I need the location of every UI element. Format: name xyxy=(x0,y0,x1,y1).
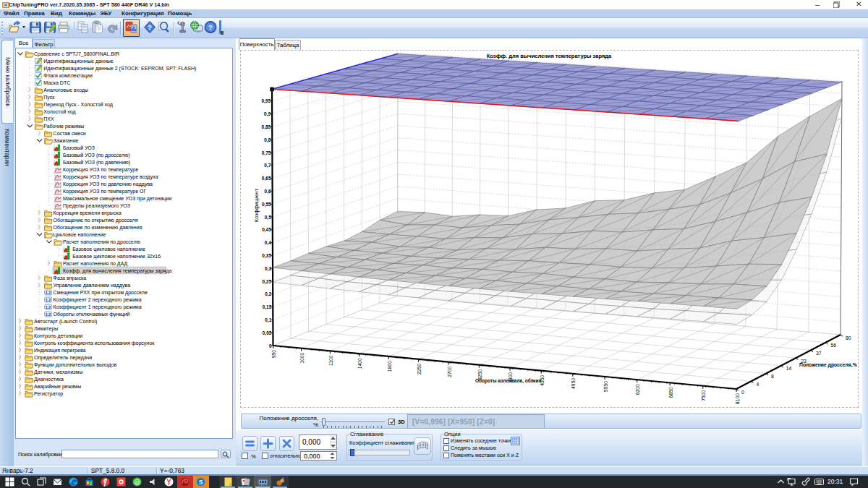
svg-text:Контроль коэффициента использо: Контроль коэффициента использования форс… xyxy=(34,341,155,346)
svg-text:Функции дополнительных выходов: Функции дополнительных выходов xyxy=(34,362,116,368)
svg-text:Обороты отключаемых функций: Обороты отключаемых функций xyxy=(54,312,130,317)
svg-text:Датчики, механизмы: Датчики, механизмы xyxy=(34,369,82,375)
svg-text:Идентификационные данные 2 (ST: Идентификационные данные 2 (STOCK: EEPRO… xyxy=(43,66,196,72)
svg-text:1.2: 1.2 xyxy=(46,298,51,302)
svg-text:S: S xyxy=(199,479,203,486)
svg-text:Флаги комплектации: Флаги комплектации xyxy=(43,73,93,79)
svg-text:Регистратор: Регистратор xyxy=(34,391,63,397)
svg-text:Зажигание: Зажигание xyxy=(54,138,79,143)
svg-text:Коррекция времени впрыска: Коррекция времени впрыска xyxy=(54,210,122,216)
svg-text:Автостарт (Launch Control): Автостарт (Launch Control) xyxy=(34,319,97,325)
svg-text:?: ? xyxy=(148,24,152,31)
svg-text:Рабочие режимы: Рабочие режимы xyxy=(43,124,84,129)
svg-text:Обогащение по открытию дроссел: Обогащение по открытию дросселя xyxy=(54,218,138,223)
svg-text:Диагностика: Диагностика xyxy=(34,377,64,382)
svg-text:Базовый УОЗ (по дросселю): Базовый УОЗ (по дросселю) xyxy=(63,153,130,158)
svg-text:Маска DTC: Маска DTC xyxy=(43,80,70,85)
svg-text:Аналоговые входы: Аналоговые входы xyxy=(43,87,88,93)
svg-text:Аварийные режимы: Аварийные режимы xyxy=(34,384,81,390)
svg-text:Расчет наполнения по ДАД: Расчет наполнения по ДАД xyxy=(63,261,128,267)
svg-text:Состав смеси: Состав смеси xyxy=(54,131,86,136)
svg-text:1.2: 1.2 xyxy=(46,312,51,317)
svg-text:Коррекция УОЗ по давлению надд: Коррекция УОЗ по давлению наддува xyxy=(63,181,153,187)
svg-text:Фаза впрыска: Фаза впрыска xyxy=(54,275,87,281)
svg-text:ПХХ: ПХХ xyxy=(43,116,54,121)
svg-text:Коэффициент 2 переходного режи: Коэффициент 2 переходного режима xyxy=(54,297,142,303)
svg-text:Смещение РХХ при открытом дрос: Смещение РХХ при открытом дросселе xyxy=(54,290,148,296)
svg-text:Обогащение по изменению давлен: Обогащение по изменению давления xyxy=(54,225,142,231)
svg-text:Коэффициент 1 переходного режи: Коэффициент 1 переходного режима xyxy=(54,304,142,310)
svg-text:Лимитеры: Лимитеры xyxy=(34,326,58,332)
svg-text:Максимальное смещение УОЗ при: Максимальное смещение УОЗ при детонации xyxy=(63,196,172,202)
svg-text:Контроль детонации: Контроль детонации xyxy=(34,333,82,339)
svg-text:Коррекция УОЗ по температуре О: Коррекция УОЗ по температуре ОГ xyxy=(63,189,147,194)
svg-text:@: @ xyxy=(134,479,140,486)
svg-text:Коэфф. для вычисления температ: Коэфф. для вычисления температуры заряда xyxy=(63,268,172,274)
svg-text:?: ? xyxy=(208,23,213,31)
svg-text:Базовый УОЗ: Базовый УОЗ xyxy=(63,145,95,150)
svg-text:Коррекция УОЗ по температуре в: Коррекция УОЗ по температуре воздуха xyxy=(63,174,158,180)
svg-text:Базовый УОЗ (по давлению): Базовый УОЗ (по давлению) xyxy=(63,160,130,166)
svg-text:Коррекция УОЗ по температуре: Коррекция УОЗ по температуре xyxy=(63,167,138,173)
svg-text:1.2: 1.2 xyxy=(46,291,51,295)
svg-text:Пуск: Пуск xyxy=(43,95,55,100)
svg-text:Пределы реализуемого УОЗ: Пределы реализуемого УОЗ xyxy=(63,203,130,209)
svg-text:1.2: 1.2 xyxy=(46,305,51,309)
svg-text:Определитель передачи: Определитель передачи xyxy=(34,355,92,361)
svg-text:Холостой ход: Холостой ход xyxy=(43,109,75,115)
svg-text:Сравнение с SPTJ7_5800FINAL.BI: Сравнение с SPTJ7_5800FINAL.BIR xyxy=(34,51,119,57)
svg-text:Базовое цикловое наполнение: Базовое цикловое наполнение xyxy=(72,247,145,252)
svg-text:Идентификационные данные: Идентификационные данные xyxy=(43,59,114,64)
svg-text:Базовое цикловое наполнение 32: Базовое цикловое наполнение 32x16 xyxy=(72,254,161,260)
svg-text:Цикловое наполнение: Цикловое наполнение xyxy=(54,232,106,238)
svg-text:Индикация перегрева: Индикация перегрева xyxy=(34,348,86,354)
svg-text:Управление давлением наддува: Управление давлением наддува xyxy=(54,283,131,288)
svg-text:Расчет наполнения по дросселю: Расчет наполнения по дросселю xyxy=(63,239,140,245)
svg-text:Переход Пуск - Холостой ход: Переход Пуск - Холостой ход xyxy=(43,102,113,108)
